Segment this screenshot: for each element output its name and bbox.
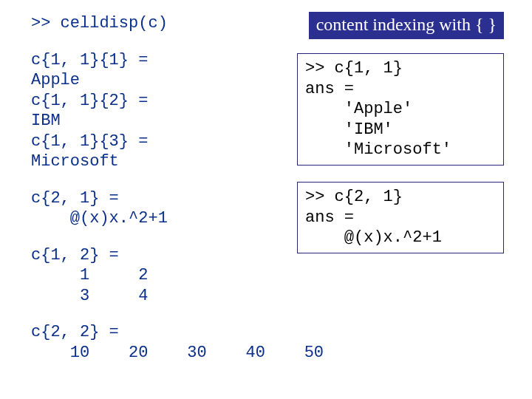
example-box-2: >> c{2, 1} ans = @(x)x.^2+1 bbox=[297, 182, 504, 253]
banner-title: content indexing with { } bbox=[309, 12, 504, 39]
left-column: >> celldisp(c) c{1, 1}{1} = Apple c{1, 1… bbox=[31, 13, 324, 363]
example-box-1: >> c{1, 1} ans = 'Apple' 'IBM' 'Microsof… bbox=[297, 53, 504, 166]
command-celldisp: >> celldisp(c) bbox=[31, 13, 324, 34]
output-cell-1-1: c{1, 1}{1} = Apple c{1, 1}{2} = IBM c{1,… bbox=[31, 50, 324, 172]
output-cell-2-1: c{2, 1} = @(x)x.^2+1 bbox=[31, 188, 324, 229]
output-cell-2-2: c{2, 2} = 10 20 30 40 50 bbox=[31, 322, 324, 363]
example-box-1-content: >> c{1, 1} ans = 'Apple' 'IBM' 'Microsof… bbox=[305, 58, 496, 160]
output-cell-1-2: c{1, 2} = 1 2 3 4 bbox=[31, 245, 324, 307]
example-box-2-content: >> c{2, 1} ans = @(x)x.^2+1 bbox=[305, 187, 496, 248]
